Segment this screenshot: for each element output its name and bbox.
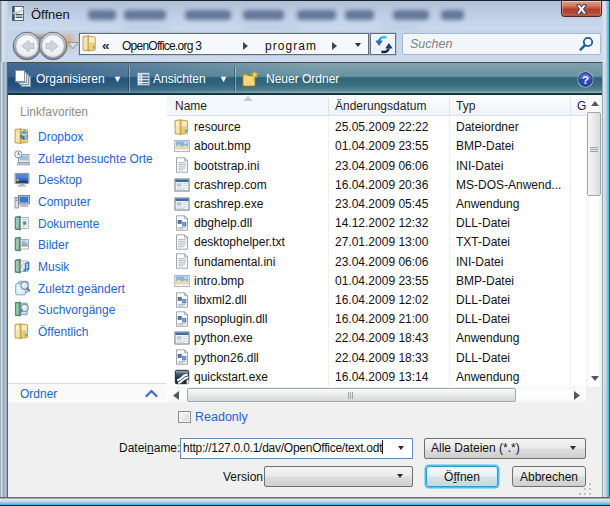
svg-text:?: ? bbox=[582, 74, 589, 86]
